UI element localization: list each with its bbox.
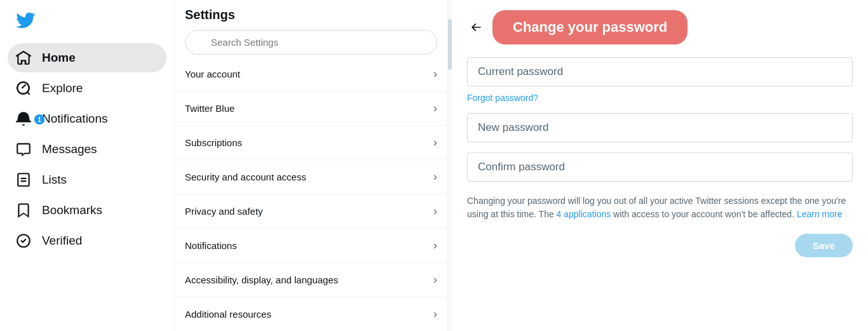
sidebar-item-explore[interactable]: Explore (8, 74, 166, 103)
settings-item-privacy[interactable]: Privacy and safety › (175, 194, 447, 228)
bookmarks-icon (15, 202, 32, 219)
forgot-password-link[interactable]: Forgot password? (467, 93, 853, 103)
panel-header: Change your password (467, 10, 853, 44)
settings-item-security[interactable]: Security and account access › (175, 160, 447, 194)
sidebar-item-notifications-label: Notifications (42, 112, 108, 126)
sidebar-item-notifications[interactable]: 1 Notifications (8, 104, 166, 133)
back-arrow-icon (470, 21, 482, 34)
settings-item-twitter-blue[interactable]: Twitter Blue › (175, 91, 447, 125)
search-wrapper: 🔍 (185, 30, 437, 55)
chevron-right-icon: › (433, 136, 437, 149)
verified-icon (15, 233, 32, 249)
change-password-panel: Change your password Forgot password? Ch… (452, 0, 868, 331)
sidebar-item-bookmarks-label: Bookmarks (42, 203, 102, 217)
sidebar-item-home-label: Home (42, 51, 76, 65)
sidebar-nav: Home Explore 1 Notifications Messages (8, 43, 166, 255)
sidebar-item-lists[interactable]: Lists (8, 165, 166, 194)
notification-count-badge: 1 (34, 114, 44, 125)
sidebar: Home Explore 1 Notifications Messages (0, 0, 175, 331)
learn-more-link[interactable]: Learn more (797, 209, 843, 219)
sidebar-item-bookmarks[interactable]: Bookmarks (8, 196, 166, 225)
sidebar-item-explore-label: Explore (42, 81, 83, 95)
save-button[interactable]: Save (795, 234, 853, 257)
password-info-text: Changing your password will log you out … (467, 194, 853, 221)
search-settings-container: 🔍 (175, 25, 447, 57)
chevron-right-icon: › (433, 307, 437, 321)
lists-icon (15, 172, 32, 188)
sidebar-item-messages-label: Messages (42, 142, 97, 156)
settings-item-subscriptions[interactable]: Subscriptions › (175, 126, 447, 159)
settings-title: Settings (175, 0, 447, 25)
chevron-right-icon: › (433, 205, 437, 218)
sidebar-item-messages[interactable]: Messages (8, 135, 166, 164)
applications-link[interactable]: 4 applications (557, 209, 611, 219)
sidebar-item-home[interactable]: Home (8, 43, 166, 72)
sidebar-item-verified[interactable]: Verified (8, 226, 166, 255)
chevron-right-icon: › (433, 102, 437, 115)
settings-panel: Settings 🔍 Your account › Twitter Blue ›… (175, 0, 448, 331)
settings-item-additional[interactable]: Additional resources › (175, 297, 447, 331)
explore-icon (15, 80, 32, 97)
password-form: Forgot password? (467, 57, 853, 187)
change-password-title: Change your password (492, 10, 688, 44)
settings-panel-wrapper: Settings 🔍 Your account › Twitter Blue ›… (175, 0, 452, 331)
chevron-right-icon: › (433, 67, 437, 81)
twitter-logo (8, 5, 166, 43)
save-button-container: Save (467, 234, 853, 257)
sidebar-item-lists-label: Lists (42, 173, 67, 187)
messages-icon (15, 141, 32, 158)
settings-item-accessibility[interactable]: Accessibility, display, and languages › (175, 263, 447, 297)
chevron-right-icon: › (433, 239, 437, 252)
settings-list: Your account › Twitter Blue › Subscripti… (175, 57, 447, 331)
settings-item-your-account[interactable]: Your account › (175, 57, 447, 91)
new-password-input[interactable] (478, 121, 842, 134)
bell-icon: 1 (15, 111, 32, 127)
search-settings-input[interactable] (185, 30, 437, 55)
chevron-right-icon: › (433, 273, 437, 287)
back-button[interactable] (467, 18, 485, 36)
current-password-field-wrapper (467, 57, 853, 86)
confirm-password-input[interactable] (478, 161, 842, 173)
sidebar-item-verified-label: Verified (42, 234, 82, 248)
twitter-bird-icon (15, 10, 36, 30)
home-icon (15, 50, 32, 66)
current-password-input[interactable] (478, 65, 842, 78)
settings-item-notifications[interactable]: Notifications › (175, 229, 447, 262)
chevron-right-icon: › (433, 170, 437, 184)
new-password-field-wrapper (467, 113, 853, 142)
confirm-password-field-wrapper (467, 152, 853, 182)
